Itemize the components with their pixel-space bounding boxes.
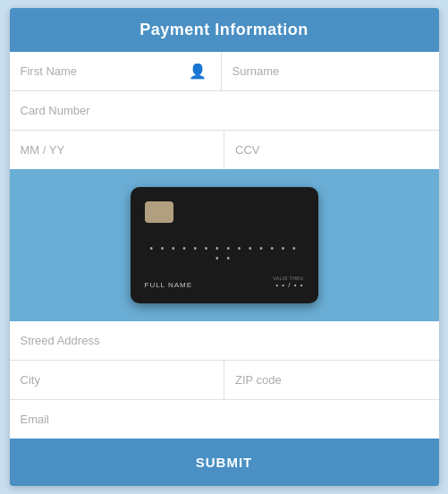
zip-input[interactable]	[224, 361, 439, 399]
card-expiry-section: VALID THRU • • / • •	[273, 276, 303, 289]
card-bottom: FULL NAME VALID THRU • • / • •	[145, 276, 304, 289]
city-zip-row	[10, 361, 439, 400]
card-expiry-display: • • / • •	[273, 281, 303, 289]
person-icon: 👤	[182, 63, 214, 80]
first-name-wrapper: 👤	[10, 52, 222, 90]
personal-info-section: 👤	[10, 52, 439, 169]
street-row	[10, 321, 439, 361]
email-input[interactable]	[10, 400, 439, 439]
street-address-input[interactable]	[10, 321, 439, 360]
card-chip	[145, 201, 173, 223]
form-header: Payment Information	[10, 8, 439, 52]
address-section	[10, 321, 439, 439]
expiry-input[interactable]	[10, 131, 225, 169]
submit-button[interactable]: SUBMIT	[28, 451, 421, 473]
credit-card: • • • • • • • • • • • • • • • • FULL NAM…	[131, 187, 318, 303]
card-visual-section: • • • • • • • • • • • • • • • • FULL NAM…	[10, 169, 439, 321]
card-number-input[interactable]	[10, 91, 439, 130]
expiry-ccv-row	[10, 131, 439, 169]
email-row	[10, 400, 439, 439]
surname-input[interactable]	[222, 52, 439, 90]
card-number-row	[10, 91, 439, 131]
payment-form: Payment Information 👤 • • • • • • • • • …	[10, 8, 439, 486]
ccv-input[interactable]	[224, 131, 439, 169]
name-row: 👤	[10, 52, 439, 91]
card-number-display: • • • • • • • • • • • • • • • •	[145, 243, 304, 263]
submit-section: SUBMIT	[10, 439, 439, 486]
form-title: Payment Information	[28, 21, 421, 39]
first-name-input[interactable]	[10, 52, 182, 90]
city-input[interactable]	[10, 361, 225, 399]
card-name-display: FULL NAME	[145, 281, 193, 289]
